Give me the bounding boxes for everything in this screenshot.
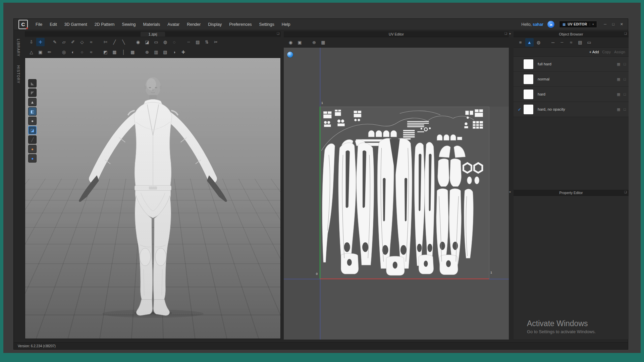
visibility-toggle-icon[interactable]: □ <box>624 92 626 96</box>
material-objects-icon[interactable]: ◍ <box>534 38 543 47</box>
menu-display[interactable]: Display <box>204 19 225 30</box>
scene-thumb-2[interactable]: ◤ <box>29 89 36 97</box>
edit-sewing-icon[interactable]: ✄ <box>101 38 110 46</box>
uv-pattern-pieces[interactable] <box>320 107 489 279</box>
steam-icon[interactable]: ≈ <box>87 48 95 56</box>
avatar-gray-thumb[interactable]: ● <box>29 117 36 125</box>
pattern-2d-thumb[interactable]: ◪ <box>29 126 36 134</box>
object-row[interactable]: hard ▦ □ <box>514 87 629 102</box>
fabric-icon[interactable]: ▦ <box>617 92 620 97</box>
box-select-icon[interactable]: ▣ <box>36 48 45 56</box>
uv-canvas[interactable]: 1 0 1 <box>284 48 509 340</box>
trim-icon[interactable]: ✂ <box>212 38 220 46</box>
uv-transform-icon[interactable]: ⊕ <box>310 38 318 47</box>
tab-expand-icon[interactable]: ❏ <box>277 32 279 35</box>
transform-pattern-icon[interactable]: ▱ <box>60 38 68 46</box>
buttonhole-icon[interactable]: ◌ <box>170 38 178 46</box>
maximize-button[interactable]: □ <box>612 22 614 26</box>
smooth-icon[interactable]: ○ <box>78 48 86 56</box>
avatar-3d[interactable] <box>66 71 240 318</box>
select-move-icon[interactable]: ✛ <box>36 38 45 46</box>
select-plane-icon[interactable]: △ <box>27 48 36 56</box>
visibility-toggle-icon[interactable]: □ <box>624 77 626 81</box>
edit-curvature-icon[interactable]: ≈ <box>87 38 95 46</box>
grading-objects-icon[interactable]: ≈ <box>567 38 575 47</box>
minimize-button[interactable]: ─ <box>604 22 606 26</box>
segment-sewing-icon[interactable]: ╱ <box>110 38 119 46</box>
tab-history[interactable]: HISTORY <box>16 65 20 84</box>
menu-materials[interactable]: Materials <box>140 19 164 30</box>
uv-map-icon[interactable]: ▦ <box>110 48 119 56</box>
material-swatch[interactable] <box>524 59 533 69</box>
uv-panel-expand-icon[interactable]: ❏ <box>504 32 507 35</box>
button-icon[interactable]: ◍ <box>161 38 169 46</box>
menu-render[interactable]: Render <box>183 19 204 30</box>
uv-bake-icon[interactable]: ▣ <box>296 38 304 47</box>
username[interactable]: sahar <box>533 22 543 27</box>
list-view-icon[interactable]: ≡ <box>516 38 525 47</box>
avatar-skin-thumb[interactable]: ● <box>29 145 36 153</box>
render-style-icon[interactable]: ◑ <box>170 48 178 56</box>
show-strain-icon[interactable]: ▧ <box>161 48 169 56</box>
topstitch-icon[interactable]: ┄ <box>184 38 193 46</box>
uv-pack-icon[interactable]: ▦ <box>319 38 327 47</box>
menu-sewing[interactable]: Sewing <box>118 19 140 30</box>
sculpt-icon[interactable]: ◐ <box>69 48 77 56</box>
garment-objects-icon[interactable]: ▲ <box>525 38 534 47</box>
fabric-icon[interactable]: ▦ <box>617 62 620 66</box>
stitch-objects-icon[interactable]: ┄ <box>558 38 566 47</box>
select-mesh-icon[interactable]: ✎ <box>51 38 59 46</box>
menu-help[interactable]: Help <box>278 19 294 30</box>
object-row[interactable]: ✓ hard, no opacity ▦ □ <box>514 102 629 117</box>
assign-button[interactable]: Assign <box>614 50 625 54</box>
viewport-3d[interactable]: ◣◤▲◧●◪╱●● <box>25 58 281 339</box>
menu-2d-pattern[interactable]: 2D Pattern <box>91 19 118 30</box>
menu-settings[interactable]: Settings <box>256 19 278 30</box>
material-swatch[interactable] <box>524 105 533 114</box>
material-sphere-thumb[interactable]: ● <box>29 155 36 162</box>
zipper-icon[interactable]: ⇅ <box>203 38 211 46</box>
puckering-icon[interactable]: ▨ <box>194 38 202 46</box>
show-pattern-icon[interactable]: ▥ <box>152 48 160 56</box>
fabric-icon[interactable]: ▦ <box>617 107 620 112</box>
brush-thumb[interactable]: ╱ <box>29 136 36 143</box>
object-browser-expand-icon[interactable]: ❏ <box>624 32 627 35</box>
copy-button[interactable]: Copy <box>602 50 611 54</box>
menu-preferences[interactable]: Preferences <box>225 19 255 30</box>
free-sewing-icon[interactable]: ╲ <box>119 38 128 46</box>
measure-tape-icon[interactable]: ▭ <box>152 38 160 46</box>
material-sphere-badge[interactable] <box>287 52 293 58</box>
pin-icon[interactable]: ◉ <box>134 38 142 46</box>
object-row[interactable]: normal ▦ □ <box>514 72 629 87</box>
material-swatch[interactable] <box>524 89 533 99</box>
tack-icon[interactable]: ◎ <box>60 48 68 56</box>
fabric-icon[interactable]: ▦ <box>617 77 620 81</box>
layers-icon[interactable]: ▤ <box>576 38 584 47</box>
simulate-icon[interactable]: ⇩ <box>27 38 36 46</box>
collapse-property-editor-icon[interactable]: ▸ <box>509 190 511 193</box>
add-button[interactable]: + Add <box>589 50 599 54</box>
app-logo[interactable]: C <box>18 20 28 29</box>
viewport-settings-icon[interactable]: ✚ <box>179 48 187 56</box>
menu-edit[interactable]: Edit <box>46 19 61 30</box>
project-tab[interactable]: 1.zprj <box>141 32 165 37</box>
property-editor-expand-icon[interactable]: ❏ <box>624 190 627 194</box>
fold-arrangement-icon[interactable]: ◪ <box>143 38 151 46</box>
menu-file[interactable]: File <box>32 19 46 30</box>
cloud-sync-icon[interactable]: ☁ <box>547 21 554 28</box>
mode-selector-dropdown[interactable]: ▦ UV EDITOR ▾ <box>559 21 597 28</box>
collapse-object-browser-icon[interactable]: ▸ <box>509 32 511 35</box>
scene-thumb-1[interactable]: ◣ <box>29 79 36 87</box>
tab-library[interactable]: LIBRARY <box>16 39 20 57</box>
material-swatch[interactable] <box>524 74 533 84</box>
garment-white-thumb[interactable]: ▲ <box>29 98 36 106</box>
object-row[interactable]: full hard ▦ □ <box>514 57 629 72</box>
visibility-toggle-icon[interactable]: □ <box>624 62 626 66</box>
close-button[interactable]: ✕ <box>620 22 623 26</box>
pattern-color-thumb[interactable]: ◧ <box>29 108 36 115</box>
trim-objects-icon[interactable]: ─ <box>549 38 557 47</box>
measure-objects-icon[interactable]: ▭ <box>585 38 593 47</box>
uv-snapshot-icon[interactable]: ◉ <box>286 38 295 47</box>
add-point-icon[interactable]: ◇ <box>78 38 86 46</box>
solidify-icon[interactable]: ◩ <box>101 48 110 56</box>
